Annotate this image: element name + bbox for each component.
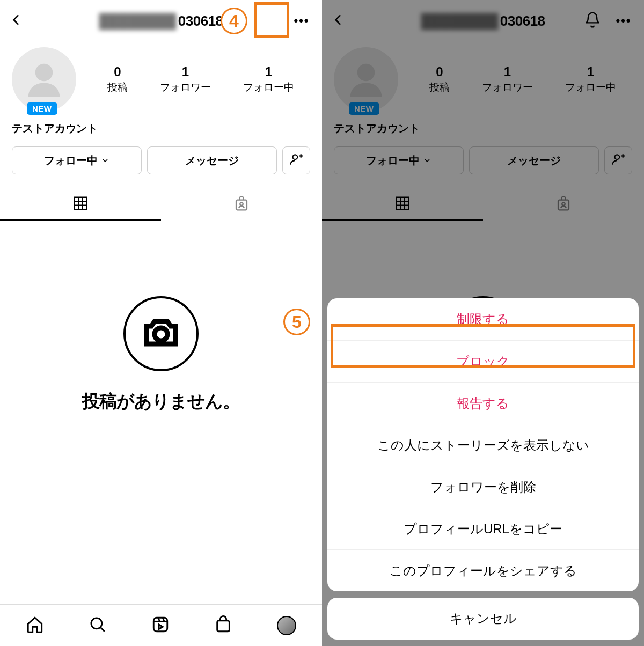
avatar-wrap: NEW xyxy=(334,47,398,112)
sheet-hide-story[interactable]: この人にストーリーズを表示しない xyxy=(327,424,639,466)
phone-left: ████████030618 ••• NEW 0 投稿 1 フォロワー 1 フォ… xyxy=(0,0,322,646)
svg-point-30 xyxy=(562,202,565,205)
new-badge: NEW xyxy=(27,102,57,115)
stat-posts[interactable]: 0 投稿 xyxy=(107,64,128,94)
tab-tagged[interactable] xyxy=(483,189,644,221)
action-sheet-main: 制限する ブロック 報告する この人にストーリーズを表示しない フォロワーを削除… xyxy=(327,298,639,591)
stat-posts-num: 0 xyxy=(107,64,128,79)
action-sheet-cancel-block: キャンセル xyxy=(327,598,639,640)
add-user-button[interactable] xyxy=(282,146,310,174)
grid-icon xyxy=(394,195,411,214)
header-right: ••• xyxy=(584,10,634,32)
avatar[interactable] xyxy=(12,47,76,112)
svg-point-11 xyxy=(155,328,167,341)
profile-header: ████████030618 ••• xyxy=(322,0,644,42)
stat-following[interactable]: 1 フォロー中 xyxy=(243,64,294,94)
sheet-cancel-label: キャンセル xyxy=(450,610,517,627)
bottom-nav xyxy=(0,604,322,646)
stat-followers-label: フォロワー xyxy=(482,80,533,94)
stat-followers[interactable]: 1 フォロワー xyxy=(160,64,211,94)
sheet-copy-url[interactable]: プロフィールURLをコピー xyxy=(327,508,639,549)
empty-text: 投稿がありません。 xyxy=(82,390,240,414)
add-user-icon xyxy=(611,152,625,169)
stat-posts-label: 投稿 xyxy=(107,80,128,94)
back-icon[interactable] xyxy=(10,13,24,29)
profile-buttons: フォロー中 メッセージ xyxy=(322,136,644,174)
following-button[interactable]: フォロー中 xyxy=(334,146,464,174)
avatar-wrap: NEW xyxy=(12,47,76,112)
following-button-label: フォロー中 xyxy=(44,153,98,168)
sheet-share-profile-label: このプロフィールをシェアする xyxy=(390,562,577,579)
username-blurred: ████████ xyxy=(421,13,497,30)
svg-rect-4 xyxy=(75,197,87,210)
header-right: ••• xyxy=(291,10,312,32)
stat-following[interactable]: 1 フォロー中 xyxy=(565,64,616,94)
stat-followers[interactable]: 1 フォロワー xyxy=(482,64,533,94)
new-badge: NEW xyxy=(349,102,379,115)
nav-shop-icon[interactable] xyxy=(214,615,232,636)
stats-row: 0 投稿 1 フォロワー 1 フォロー中 xyxy=(91,64,310,94)
stat-followers-num: 1 xyxy=(482,64,533,79)
profile-top-row: NEW 0 投稿 1 フォロワー 1 フォロー中 xyxy=(322,42,644,112)
profile-header: ████████030618 ••• xyxy=(0,0,322,42)
sheet-restrict[interactable]: 制限する xyxy=(327,298,639,340)
following-button-label: フォロー中 xyxy=(366,153,420,168)
nav-home-icon[interactable] xyxy=(26,615,44,636)
sheet-report-label: 報告する xyxy=(457,395,509,412)
sheet-hide-story-label: この人にストーリーズを表示しない xyxy=(377,437,589,454)
more-icon[interactable]: ••• xyxy=(613,10,634,32)
stat-followers-num: 1 xyxy=(160,64,211,79)
step-badge-5: 5 xyxy=(283,309,310,335)
sheet-cancel[interactable]: キャンセル xyxy=(327,598,639,640)
more-icon[interactable]: ••• xyxy=(291,10,312,32)
display-name: テストアカウント xyxy=(0,112,322,136)
avatar[interactable] xyxy=(334,47,398,112)
stat-following-num: 1 xyxy=(243,64,294,79)
profile-tabs xyxy=(0,189,322,221)
step-badge-4: 4 xyxy=(221,8,247,34)
svg-marker-18 xyxy=(159,625,163,629)
nav-reels-icon[interactable] xyxy=(151,615,170,636)
add-user-button[interactable] xyxy=(604,146,632,174)
sheet-block-label: ブロック xyxy=(456,353,510,370)
svg-point-0 xyxy=(35,64,53,82)
profile-username: ████████030618 xyxy=(421,13,545,30)
svg-rect-14 xyxy=(153,618,167,632)
phone-right: ████████030618 ••• NEW 0 投稿 1 フォロワー xyxy=(322,0,644,646)
svg-point-12 xyxy=(91,618,102,628)
tagged-icon xyxy=(233,196,250,214)
sheet-remove-follower[interactable]: フォロワーを削除 xyxy=(327,466,639,508)
stats-row: 0 投稿 1 フォロワー 1 フォロー中 xyxy=(413,64,632,94)
username-clear: 030618 xyxy=(178,13,223,30)
message-button[interactable]: メッセージ xyxy=(147,146,277,174)
svg-rect-19 xyxy=(217,620,230,631)
display-name: テストアカウント xyxy=(322,112,644,136)
sheet-block[interactable]: ブロック xyxy=(327,340,639,382)
sheet-report[interactable]: 報告する xyxy=(327,382,639,424)
stat-posts-num: 0 xyxy=(429,64,450,79)
stat-followers-label: フォロワー xyxy=(160,80,211,94)
message-button-label: メッセージ xyxy=(507,153,561,168)
tab-grid[interactable] xyxy=(322,189,483,221)
svg-point-1 xyxy=(293,155,298,159)
tab-grid[interactable] xyxy=(0,189,161,221)
add-user-icon xyxy=(289,152,303,169)
profile-username: ████████030618 xyxy=(99,13,223,30)
svg-line-13 xyxy=(100,627,105,631)
nav-profile-avatar[interactable] xyxy=(277,616,296,635)
back-icon[interactable] xyxy=(332,13,346,29)
nav-search-icon[interactable] xyxy=(89,615,107,636)
bell-icon[interactable] xyxy=(584,11,601,31)
profile-buttons: フォロー中 メッセージ xyxy=(0,136,322,174)
stat-posts[interactable]: 0 投稿 xyxy=(429,64,450,94)
stat-following-label: フォロー中 xyxy=(243,80,294,94)
following-button[interactable]: フォロー中 xyxy=(12,146,142,174)
message-button[interactable]: メッセージ xyxy=(469,146,599,174)
svg-point-20 xyxy=(357,64,375,82)
sheet-share-profile[interactable]: このプロフィールをシェアする xyxy=(327,549,639,591)
camera-icon xyxy=(142,313,180,354)
camera-circle xyxy=(123,296,199,371)
stat-posts-label: 投稿 xyxy=(429,80,450,94)
tab-tagged[interactable] xyxy=(161,189,322,221)
username-clear: 030618 xyxy=(500,13,545,30)
